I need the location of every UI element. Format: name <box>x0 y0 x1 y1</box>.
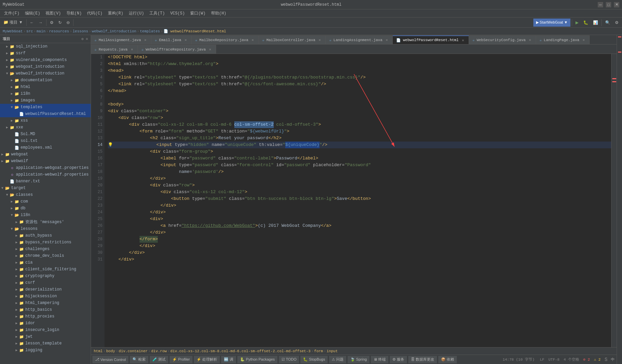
tab-email[interactable]: ☕ Email.java ✕ <box>151 35 192 44</box>
tree-item-i18n2[interactable]: ▼ 📂 i18n <box>0 212 91 218</box>
breadcrumb-file[interactable]: 📄 webwolfPasswordReset.html <box>164 29 226 33</box>
tree-item-webwolf[interactable]: ▶ 📁 webwolf <box>0 158 91 164</box>
tree-item-lessons2[interactable]: ▼ 📂 lessons <box>0 225 91 232</box>
menu-tools[interactable]: 工具(T) <box>147 10 168 17</box>
close-button[interactable]: ✕ <box>614 2 619 7</box>
breadcrumb-resources[interactable]: resources <box>49 29 69 33</box>
tab-close-icon[interactable]: ✕ <box>208 47 212 52</box>
tree-item-cryptography[interactable]: ▶ 📁 cryptography <box>0 273 91 279</box>
maximize-button[interactable]: □ <box>606 2 611 7</box>
menu-file[interactable]: 文件(F) <box>1 10 22 17</box>
tree-item-vulnerable[interactable]: ▶ 📁 vulnerable_components <box>0 57 91 63</box>
menu-refactor[interactable]: 重构(R) <box>105 10 126 17</box>
tree-item-html-tampering[interactable]: ▶ 📁 html_tampering <box>0 300 91 306</box>
tree-item-target[interactable]: ▼ 📂 target <box>0 185 91 191</box>
tree-item-webwolf-intro[interactable]: ▼ 📂 webwolf_introduction <box>0 70 91 77</box>
tree-item-http-basics[interactable]: ▶ 📁 http_basics <box>0 306 91 313</box>
resolve-btn[interactable]: ⚡ 处理解析 <box>194 356 220 363</box>
tree-item-documentation[interactable]: ▶ 📁 documentation <box>0 77 91 84</box>
tree-item-db[interactable]: ▶ 📁 db <box>0 205 91 212</box>
breadcrumb-main[interactable]: main <box>36 29 45 33</box>
coverage-btn[interactable]: 📊 <box>591 19 600 27</box>
tab-close-icon[interactable]: ✕ <box>143 38 148 42</box>
sougou-icon[interactable]: S <box>603 357 609 362</box>
bc-input[interactable]: input <box>327 349 338 353</box>
menu-vcs[interactable]: VCS(S) <box>168 10 187 17</box>
breadcrumb-webwolf[interactable]: webwolf_introduction <box>92 29 136 33</box>
menu-help[interactable]: 帮助(H) <box>208 10 229 17</box>
run-btn[interactable]: ▶ <box>573 19 581 27</box>
tab-mailbox-controller[interactable]: ☕ MailboxController.java ✕ <box>259 35 326 44</box>
tab-close-icon[interactable]: ✕ <box>129 47 134 52</box>
settings-btn[interactable]: ⚙ <box>613 19 621 27</box>
toolbar-refresh[interactable]: ↻ <box>56 19 64 27</box>
breadcrumb-mywebgoat[interactable]: MyWebGoat <box>3 29 23 33</box>
toolbar-settings[interactable]: ⚙ <box>48 19 56 27</box>
search-btn[interactable]: 🔍 <box>603 19 612 27</box>
tab-mailbox-repo[interactable]: ☕ MailboxRepository.java ✕ <box>192 35 259 44</box>
todo-btn[interactable]: ☑ TODO <box>279 356 299 363</box>
tab-close-icon[interactable]: ✕ <box>317 38 322 42</box>
tree-item-logging[interactable]: ▶ 📁 logging <box>0 347 91 354</box>
breadcrumb-lessons[interactable]: lessons <box>73 29 88 33</box>
debug-btn[interactable]: 🐛 <box>581 19 590 27</box>
tab-websecurity[interactable]: ☕ WebSecurityConfig.java ✕ <box>469 35 536 44</box>
translate-btn[interactable]: 🔤 调 <box>221 356 236 363</box>
tree-item-webgoat-intro[interactable]: ▶ 📁 webgoat_introduction <box>0 63 91 70</box>
tree-item-auth-bypass[interactable]: ▶ 📁 auth_bypass <box>0 232 91 239</box>
tree-item-client-filter[interactable]: ▶ 📁 client_side_filtering <box>0 266 91 273</box>
bc-body[interactable]: body <box>106 349 115 353</box>
tab-password-reset[interactable]: 📄 webwolfPasswordReset.html ✕ <box>393 35 469 44</box>
tree-item-classes[interactable]: ▼ 📂 classes <box>0 191 91 198</box>
test-btn[interactable]: 🧪 测试 <box>150 356 168 363</box>
tree-item-com[interactable]: ▶ 📁 com <box>0 198 91 205</box>
tree-item-webgoat[interactable]: ▶ 📁 webgoat <box>0 151 91 158</box>
profiler-btn[interactable]: ⚡ Profiler <box>170 356 192 363</box>
issues-btn[interactable]: ⚠ 问题 <box>329 356 346 363</box>
tab-close-icon[interactable]: ✕ <box>461 38 465 42</box>
dependencies-btn[interactable]: 📦 依赖 <box>438 356 457 363</box>
spring-btn[interactable]: 🍃 Spring <box>348 356 369 363</box>
tree-item-sql-injection[interactable]: ▶ 📁 sql_injection <box>0 43 91 50</box>
menu-view[interactable]: 视图(V) <box>43 10 64 17</box>
tree-item-csrf[interactable]: ▶ 📁 csrf <box>0 279 91 286</box>
editor-area[interactable]: 1 2 3 4 5 6 7 8 9 10 11 12 13 14 15 16 1… <box>91 54 617 347</box>
tab-close-icon[interactable]: ✕ <box>528 38 532 42</box>
tab-close-icon[interactable]: ✕ <box>250 38 255 42</box>
tree-item-insecure-login[interactable]: ▶ 📁 insecure_login <box>0 327 91 333</box>
version-control-btn[interactable]: ⎇ Version Control <box>92 356 128 363</box>
tab-landing-page[interactable]: ☕ LandingPage.java ✕ <box>536 35 590 44</box>
toolbar-forward[interactable]: → <box>37 19 45 27</box>
terminal-btn[interactable]: 🖥 终端 <box>371 356 388 363</box>
tree-item-idor[interactable]: ▶ 📁 idor <box>0 320 91 327</box>
tree-item-app-webwolf-props[interactable]: ⚙ application-webwolf.properties <box>0 171 91 178</box>
tree-item-html[interactable]: ▶ 📁 html <box>0 84 91 90</box>
bc-html[interactable]: html <box>94 349 102 353</box>
bc-div-col[interactable]: div.col-xs-12.col-sm-8.col-md-6.col-sm-o… <box>170 349 310 353</box>
menu-code[interactable]: 代码(C) <box>84 10 105 17</box>
tree-item-employees[interactable]: 📄 employees.xml <box>0 144 91 151</box>
tree-item-soltxt[interactable]: 📄 sol.txt <box>0 138 91 144</box>
toolbar-collapse[interactable]: ⊖ <box>64 19 72 27</box>
tree-item-bypass-restrictions[interactable]: ▶ 📁 bypass_restrictions <box>0 239 91 246</box>
tab-close-icon[interactable]: ✕ <box>581 38 586 42</box>
bc-div-container[interactable]: div.container <box>119 349 148 353</box>
search-toolbar-btn[interactable]: 🔍 检索 <box>130 356 148 363</box>
lang-toggle[interactable]: 中 <box>610 357 615 362</box>
minimize-button[interactable]: ─ <box>598 2 603 7</box>
project-dropdown[interactable]: 📁 项目 ▼ <box>1 19 25 27</box>
tab-webwolf-trace[interactable]: ☕ WebWolfTraceRepository.java ✕ <box>138 45 216 54</box>
bc-form[interactable]: form <box>314 349 323 353</box>
tab-mail-assignment[interactable]: ☕ MailAssignment.java ✕ <box>91 35 151 44</box>
stopbugs-btn[interactable]: 🐛 StopBugs <box>300 356 328 363</box>
tree-item-images[interactable]: ▶ 📁 images <box>0 97 91 104</box>
tree-item-jwt[interactable]: ▶ 📁 jwt <box>0 333 91 340</box>
tree-item-i18n[interactable]: ▶ 📁 i18n <box>0 90 91 97</box>
tab-close-icon[interactable]: ✕ <box>183 38 188 42</box>
tree-item-solmd[interactable]: 📄 Sol.MD <box>0 131 91 138</box>
toolbar-back[interactable]: ← <box>28 19 36 27</box>
menu-navigate[interactable]: 导航(N) <box>64 10 85 17</box>
tree-item-challenges[interactable]: ▶ 📁 challenges <box>0 246 91 252</box>
breadcrumb-src[interactable]: src <box>26 29 33 33</box>
tree-item-lesson-template[interactable]: ▶ 📁 lesson_template <box>0 340 91 347</box>
